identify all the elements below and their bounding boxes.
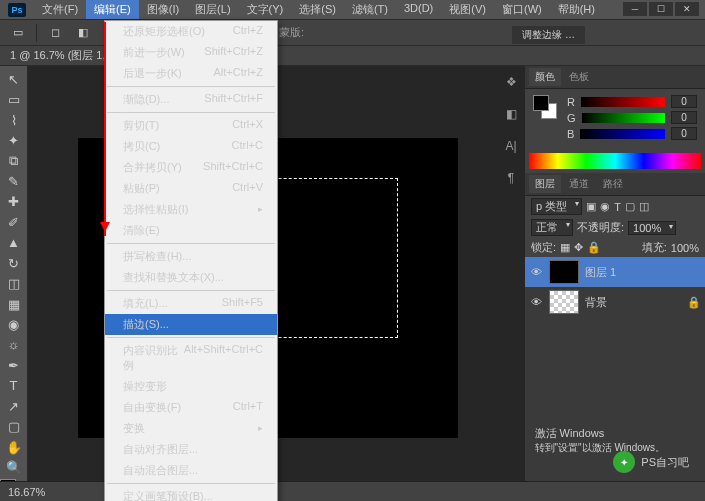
- menu-item[interactable]: 前进一步(W)Shift+Ctrl+Z: [105, 42, 277, 63]
- menu-item: 查找和替换文本(X)...: [105, 267, 277, 288]
- menu-item[interactable]: 描边(S)...: [105, 314, 277, 335]
- edit-menu-dropdown: 还原矩形选框(O)Ctrl+Z前进一步(W)Shift+Ctrl+Z后退一步(K…: [104, 20, 278, 501]
- visibility-icon[interactable]: 👁: [529, 266, 543, 278]
- menu-item[interactable]: 操控变形: [105, 376, 277, 397]
- layer-kind-select[interactable]: p 类型: [531, 198, 582, 215]
- color-tab[interactable]: 颜色: [529, 68, 561, 86]
- paragraph-panel-icon[interactable]: ¶: [500, 166, 522, 190]
- channels-tab[interactable]: 通道: [563, 175, 595, 193]
- menu-编辑[interactable]: 编辑(E): [86, 0, 139, 19]
- menu-item[interactable]: 填充(L)...Shift+F5: [105, 293, 277, 314]
- marquee-tool[interactable]: ▭: [3, 90, 25, 108]
- menu-3D[interactable]: 3D(D): [396, 0, 441, 19]
- panel-color-swatches[interactable]: [533, 95, 557, 119]
- pen-tool[interactable]: ✒: [3, 356, 25, 374]
- layers-tab[interactable]: 图层: [529, 175, 561, 193]
- gradient-tool[interactable]: ▦: [3, 295, 25, 313]
- stamp-tool[interactable]: ▲: [3, 234, 25, 252]
- layer-row[interactable]: 👁 图层 1: [525, 257, 705, 287]
- annotation-arrow: [104, 22, 106, 236]
- menu-item[interactable]: 定义画笔预设(B)...: [105, 486, 277, 501]
- b-slider[interactable]: [580, 129, 665, 139]
- lock-pixels-icon[interactable]: ▦: [560, 241, 570, 254]
- menu-item[interactable]: 粘贴(P)Ctrl+V: [105, 178, 277, 199]
- menu-item[interactable]: 变换: [105, 418, 277, 439]
- b-value[interactable]: 0: [671, 127, 697, 140]
- paths-tab[interactable]: 路径: [597, 175, 629, 193]
- wechat-icon: ✦: [613, 451, 635, 473]
- menu-文件[interactable]: 文件(F): [34, 0, 86, 19]
- shape-tool[interactable]: ▢: [3, 417, 25, 435]
- blend-mode-layer-select[interactable]: 正常: [531, 219, 573, 236]
- type-tool[interactable]: T: [3, 377, 25, 395]
- layer-thumbnail: [549, 260, 579, 284]
- wand-tool[interactable]: ✦: [3, 131, 25, 149]
- r-slider[interactable]: [581, 97, 665, 107]
- menu-item[interactable]: 拷贝(C)Ctrl+C: [105, 136, 277, 157]
- visibility-icon[interactable]: 👁: [529, 296, 543, 308]
- close-button[interactable]: ✕: [675, 2, 699, 16]
- menu-item: 自动对齐图层...: [105, 439, 277, 460]
- history-panel-icon[interactable]: ❖: [500, 70, 522, 94]
- path-tool[interactable]: ↗: [3, 397, 25, 415]
- menu-item[interactable]: 选择性粘贴(I): [105, 199, 277, 220]
- g-label: G: [567, 112, 576, 124]
- layer-row[interactable]: 👁 背景 🔒: [525, 287, 705, 317]
- marquee-tool-indicator: ▭: [8, 23, 28, 43]
- menu-滤镜[interactable]: 滤镜(T): [344, 0, 396, 19]
- g-value[interactable]: 0: [671, 111, 697, 124]
- menu-item[interactable]: 剪切(T)Ctrl+X: [105, 115, 277, 136]
- selection-add-icon[interactable]: ◧: [73, 23, 93, 43]
- eraser-tool[interactable]: ◫: [3, 274, 25, 292]
- lasso-tool[interactable]: ⌇: [3, 111, 25, 129]
- hand-tool[interactable]: ✋: [3, 438, 25, 456]
- swatches-tab[interactable]: 色板: [563, 68, 595, 86]
- menu-文字[interactable]: 文字(Y): [239, 0, 292, 19]
- menu-item[interactable]: 还原矩形选框(O)Ctrl+Z: [105, 21, 277, 42]
- move-tool[interactable]: ↖: [3, 70, 25, 88]
- menu-item[interactable]: 内容识别比例Alt+Shift+Ctrl+C: [105, 340, 277, 376]
- g-slider[interactable]: [582, 113, 665, 123]
- r-label: R: [567, 96, 575, 108]
- r-value[interactable]: 0: [671, 95, 697, 108]
- lock-icon: 🔒: [687, 296, 701, 309]
- menu-帮助[interactable]: 帮助(H): [550, 0, 603, 19]
- character-panel-icon[interactable]: A|: [500, 134, 522, 158]
- lock-all-icon[interactable]: 🔒: [587, 241, 601, 254]
- selection-new-icon[interactable]: ◻: [45, 23, 65, 43]
- layer-name[interactable]: 图层 1: [585, 265, 616, 280]
- maximize-button[interactable]: ☐: [649, 2, 673, 16]
- menu-图像[interactable]: 图像(I): [139, 0, 187, 19]
- fill-label: 填充:: [642, 240, 667, 255]
- menu-item[interactable]: 合并拷贝(Y)Shift+Ctrl+C: [105, 157, 277, 178]
- menu-图层[interactable]: 图层(L): [187, 0, 238, 19]
- activate-windows-title: 激活 Windows: [535, 426, 665, 441]
- menu-选择[interactable]: 选择(S): [291, 0, 344, 19]
- menu-item: 拼写检查(H)...: [105, 246, 277, 267]
- opacity-value[interactable]: 100%: [628, 221, 676, 235]
- lock-label: 锁定:: [531, 240, 556, 255]
- properties-panel-icon[interactable]: ◧: [500, 102, 522, 126]
- brush-tool[interactable]: ✐: [3, 213, 25, 231]
- minimize-button[interactable]: ─: [623, 2, 647, 16]
- menu-item: 渐隐(D)...Shift+Ctrl+F: [105, 89, 277, 110]
- lock-position-icon[interactable]: ✥: [574, 241, 583, 254]
- zoom-level[interactable]: 16.67%: [8, 486, 45, 498]
- menu-item[interactable]: 后退一步(K)Alt+Ctrl+Z: [105, 63, 277, 84]
- refine-edge-button[interactable]: 调整边缘 …: [512, 26, 585, 44]
- color-spectrum[interactable]: [529, 153, 701, 169]
- menu-item[interactable]: 清除(E): [105, 220, 277, 241]
- layer-name[interactable]: 背景: [585, 295, 607, 310]
- dodge-tool[interactable]: ☼: [3, 336, 25, 354]
- menu-窗口[interactable]: 窗口(W): [494, 0, 550, 19]
- history-brush-tool[interactable]: ↻: [3, 254, 25, 272]
- blur-tool[interactable]: ◉: [3, 315, 25, 333]
- heal-tool[interactable]: ✚: [3, 193, 25, 211]
- fill-value[interactable]: 100%: [671, 242, 699, 254]
- menu-item[interactable]: 自由变换(F)Ctrl+T: [105, 397, 277, 418]
- menu-视图[interactable]: 视图(V): [441, 0, 494, 19]
- opacity-label: 不透明度:: [577, 220, 624, 235]
- zoom-tool[interactable]: 🔍: [3, 458, 25, 476]
- crop-tool[interactable]: ⧉: [3, 152, 25, 170]
- eyedropper-tool[interactable]: ✎: [3, 172, 25, 190]
